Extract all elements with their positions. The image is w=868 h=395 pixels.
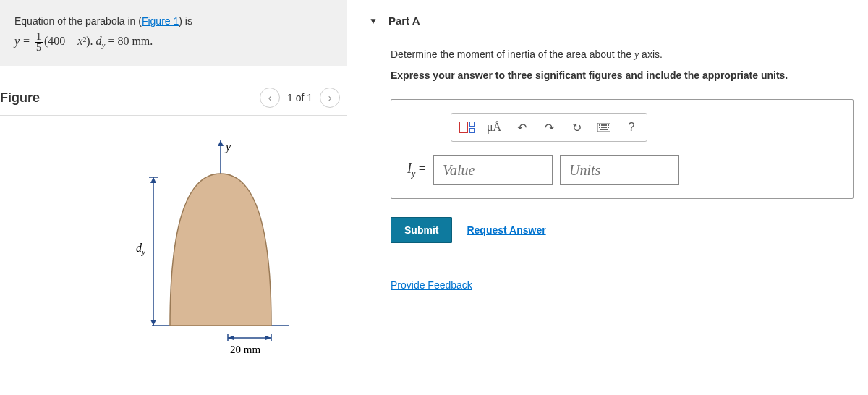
svg-rect-19 bbox=[599, 127, 600, 128]
width-label: 20 mm bbox=[230, 344, 260, 355]
y-axis-label: y bbox=[224, 140, 231, 153]
answer-box: μÅ ↶ ↷ ↻ ? Iy = bbox=[391, 99, 854, 199]
reset-button[interactable]: ↻ bbox=[563, 116, 590, 139]
figure-prev-button[interactable]: ‹ bbox=[260, 88, 280, 108]
eq-lhs: y = bbox=[14, 35, 30, 48]
answer-toolbar: μÅ ↶ ↷ ↻ ? bbox=[451, 113, 647, 142]
units-input[interactable] bbox=[560, 155, 679, 185]
template-button[interactable] bbox=[454, 116, 480, 139]
problem-statement: Equation of the parabola in (Figure 1) i… bbox=[0, 0, 347, 66]
value-input[interactable] bbox=[433, 155, 553, 185]
template-icon bbox=[459, 122, 475, 133]
svg-rect-20 bbox=[601, 127, 603, 128]
figure-title: Figure bbox=[0, 90, 40, 106]
instruction: Determine the moment of inertia of the a… bbox=[391, 48, 854, 61]
eq-paren: (400 − x²). bbox=[44, 35, 96, 48]
special-chars-button[interactable]: μÅ bbox=[481, 116, 507, 139]
eq-dy-val: = 80 mm. bbox=[105, 35, 153, 48]
svg-rect-17 bbox=[605, 124, 607, 126]
svg-rect-14 bbox=[599, 124, 600, 126]
svg-marker-12 bbox=[265, 336, 271, 340]
figure-next-button[interactable]: › bbox=[320, 88, 340, 108]
part-body: Determine the moment of inertia of the a… bbox=[362, 48, 854, 291]
intro-suffix: ) is bbox=[179, 15, 192, 27]
input-row: Iy = bbox=[407, 155, 837, 185]
eq-fraction: 1 5 bbox=[35, 32, 43, 53]
parabola-figure: y x dy 20 mm bbox=[58, 137, 289, 362]
redo-button[interactable]: ↷ bbox=[536, 116, 562, 139]
left-panel: Equation of the parabola in (Figure 1) i… bbox=[0, 0, 347, 395]
undo-button[interactable]: ↶ bbox=[509, 116, 535, 139]
svg-rect-16 bbox=[603, 124, 605, 126]
help-button[interactable]: ? bbox=[618, 116, 644, 139]
figure-image: y x dy 20 mm bbox=[0, 130, 347, 369]
figure-count: 1 of 1 bbox=[287, 92, 312, 103]
svg-rect-18 bbox=[608, 124, 609, 126]
figure-link[interactable]: Figure 1 bbox=[142, 15, 179, 27]
figure-header: Figure ‹ 1 of 1 › bbox=[0, 88, 347, 116]
keyboard-button[interactable] bbox=[591, 116, 617, 139]
svg-marker-5 bbox=[218, 140, 224, 146]
collapse-icon: ▼ bbox=[369, 16, 378, 26]
submit-button[interactable]: Submit bbox=[391, 217, 452, 243]
svg-rect-15 bbox=[601, 124, 603, 126]
svg-marker-7 bbox=[150, 177, 156, 183]
dy-label: dy bbox=[136, 242, 145, 256]
svg-rect-23 bbox=[608, 127, 609, 128]
part-title: Part A bbox=[388, 14, 420, 27]
intro-text: Equation of the parabola in ( bbox=[14, 15, 142, 27]
figure-nav: ‹ 1 of 1 › bbox=[260, 88, 340, 108]
equation: y = 1 5 (400 − x²). dy = 80 mm. bbox=[14, 32, 333, 53]
right-panel: ▼ Part A Determine the moment of inertia… bbox=[347, 0, 868, 395]
keyboard-icon bbox=[597, 123, 610, 132]
svg-rect-24 bbox=[600, 129, 608, 130]
svg-rect-21 bbox=[603, 127, 605, 128]
request-answer-link[interactable]: Request Answer bbox=[467, 224, 545, 236]
svg-marker-11 bbox=[228, 336, 234, 340]
instruction-bold: Express your answer to three significant… bbox=[391, 69, 854, 81]
svg-rect-22 bbox=[605, 127, 607, 128]
provide-feedback-link[interactable]: Provide Feedback bbox=[391, 279, 472, 291]
part-header[interactable]: ▼ Part A bbox=[362, 0, 854, 48]
submit-row: Submit Request Answer bbox=[391, 217, 854, 243]
variable-label: Iy = bbox=[407, 161, 426, 179]
svg-marker-8 bbox=[150, 320, 156, 326]
